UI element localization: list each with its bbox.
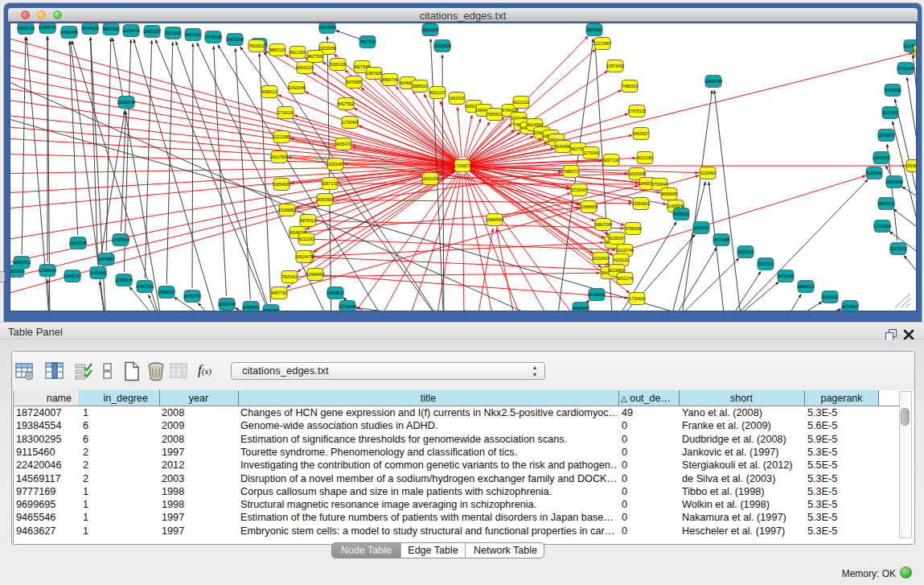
graph-node[interactable]: 18353559 (316, 194, 334, 206)
graph-node[interactable]: 12942757 (64, 270, 81, 282)
graph-node[interactable]: 8912354 (290, 47, 306, 59)
graph-node[interactable]: 14569117 (326, 287, 344, 299)
table-row[interactable]: 2242004622012Investigating the contribut… (14, 459, 898, 472)
graph-node[interactable]: 7485063 (622, 80, 638, 93)
graph-node[interactable]: 16914479 (295, 251, 313, 263)
graph-node[interactable]: 11451941 (89, 267, 107, 279)
table-row[interactable]: 1872400712008Changes of HCN gene express… (14, 406, 898, 419)
graph-node[interactable]: 8454749 (382, 74, 398, 86)
graph-node[interactable]: 17016504 (873, 220, 891, 233)
graph-node[interactable]: 9227343 (882, 107, 898, 119)
graph-node[interactable]: 12444131 (873, 152, 890, 164)
network-view[interactable]: 1405572511355723206914061044602098862201… (10, 23, 917, 311)
panel-divider-grip[interactable] (0, 271, 5, 282)
graph-node[interactable]: 9245652 (822, 291, 838, 303)
graph-node[interactable]: 8938923 (673, 208, 689, 220)
graph-node[interactable]: 20153346 (117, 97, 135, 109)
graph-node[interactable]: 9267131 (322, 178, 338, 190)
graph-node[interactable]: 18107554 (270, 151, 288, 163)
graph-node[interactable]: 9121022 (513, 97, 529, 109)
graph-node[interactable]: 9699695 (661, 188, 677, 200)
graph-node[interactable]: 18300295 (421, 173, 439, 185)
table-row[interactable]: 911546021997Tourette syndrome. Phenomeno… (14, 446, 898, 459)
table-row[interactable]: 946362711997Embryonic stem cells: a mode… (14, 525, 898, 538)
graph-node[interactable]: 15884594 (486, 214, 503, 226)
graph-node[interactable]: 1170049 (583, 147, 599, 159)
graph-node[interactable]: 9465546 (573, 303, 589, 312)
graph-node[interactable]: 6466161 (185, 29, 201, 41)
graph-node[interactable]: 18724007 (841, 301, 859, 312)
graph-node[interactable]: 20206535 (69, 237, 87, 249)
trash-icon[interactable] (146, 361, 166, 381)
graph-node[interactable]: 10465301 (242, 302, 260, 312)
graph-node[interactable]: 9860123 (269, 44, 285, 56)
graph-node[interactable]: 2933514 (737, 246, 754, 258)
graph-node[interactable]: 9474444 (713, 234, 729, 246)
graph-node[interactable]: 12968450 (306, 269, 324, 281)
graph-node[interactable]: 7955812 (487, 109, 503, 121)
graph-node[interactable]: 16210643 (885, 176, 903, 188)
graph-node[interactable]: 9267130 (603, 154, 619, 167)
graph-node[interactable]: 12213967 (593, 38, 611, 50)
graph-node[interactable]: 2718126 (277, 107, 294, 119)
graph-node[interactable]: 15751074 (897, 63, 914, 75)
graph-node[interactable]: 17359924 (112, 234, 129, 246)
float-panel-icon[interactable] (885, 329, 897, 340)
graph-node[interactable]: 15692971 (877, 198, 895, 210)
table-row[interactable]: 1938455462009Genome-wide association stu… (14, 419, 898, 432)
graph-node[interactable]: 20691406 (60, 27, 78, 39)
graph-node[interactable]: 10653287 (143, 26, 161, 38)
graph-node[interactable]: 11355723 (39, 23, 56, 34)
graph-node[interactable]: 17957253 (136, 281, 154, 293)
graph-node[interactable]: 1662615 (449, 93, 465, 105)
graph-node[interactable]: 15716485 (339, 301, 356, 312)
graph-node[interactable]: 14136141 (588, 289, 606, 301)
graph-node[interactable]: 17240072 (454, 160, 471, 172)
graph-node[interactable]: 6479197 (693, 222, 709, 234)
graph-node[interactable]: 16782753 (183, 290, 201, 303)
select-rows-icon[interactable] (74, 361, 94, 381)
col-header-title[interactable]: title (239, 393, 618, 404)
graph-node[interactable]: 8322037 (429, 87, 446, 99)
graph-node[interactable]: 11675312 (889, 243, 907, 255)
graph-node[interactable]: 9242848 (555, 141, 571, 153)
graph-node[interactable]: 9457791 (271, 287, 287, 299)
graph-node[interactable]: 2588520 (412, 80, 428, 93)
graph-node[interactable]: 8212160 (637, 152, 653, 164)
new-file-icon[interactable] (122, 361, 142, 381)
graph-node[interactable]: 7857224 (359, 36, 376, 48)
col-header-year[interactable]: year (160, 393, 237, 404)
table-row[interactable]: 1830029562008Estimation of significance … (14, 433, 898, 446)
col-header-in-degree[interactable]: in_degree (79, 393, 148, 404)
graph-node[interactable]: 10654112 (797, 281, 815, 293)
resize-grip-icon[interactable] (893, 290, 913, 308)
graph-node[interactable]: 10975857 (97, 253, 115, 266)
graph-node[interactable]: 16033809 (318, 23, 336, 34)
column-chooser-icon[interactable] (45, 361, 65, 381)
graph-node[interactable]: 14055725 (17, 23, 35, 35)
table-row[interactable]: 1456911722003Disruption of a novel membe… (14, 472, 898, 485)
graph-node[interactable]: 5975685 (346, 76, 362, 89)
graph-node[interactable]: 17975125 (628, 105, 646, 117)
graph-node[interactable]: 10688609 (580, 201, 598, 213)
col-header-name[interactable]: name (14, 393, 72, 404)
graph-node[interactable]: 22420046 (288, 82, 306, 94)
graph-node[interactable]: 7632621 (758, 258, 774, 270)
delete-table-icon[interactable] (170, 361, 190, 381)
col-header-pagerank[interactable]: pagerank (805, 393, 878, 404)
graph-node[interactable]: 8471626 (778, 270, 794, 282)
graph-node[interactable]: 1733426 (629, 293, 645, 305)
graph-node[interactable]: 9090112 (261, 86, 277, 98)
graph-node[interactable]: 9827506 (307, 51, 323, 63)
graph-node[interactable]: 11568639 (39, 265, 56, 277)
graph-node[interactable]: 12505135 (115, 274, 133, 286)
graph-node[interactable]: 9136167 (609, 233, 625, 245)
graph-node[interactable]: 9435082 (263, 305, 279, 312)
col-header-out-degree[interactable]: △ out_de… (621, 393, 678, 404)
function-builder-icon[interactable]: f(x) (198, 362, 222, 380)
graph-node[interactable]: 9391590 (10, 266, 24, 278)
graph-node[interactable]: 9886220 (103, 23, 119, 35)
row-height-icon[interactable] (98, 361, 118, 381)
graph-node[interactable]: 10719185 (204, 31, 222, 43)
graph-node[interactable]: 1527602 (165, 27, 181, 39)
